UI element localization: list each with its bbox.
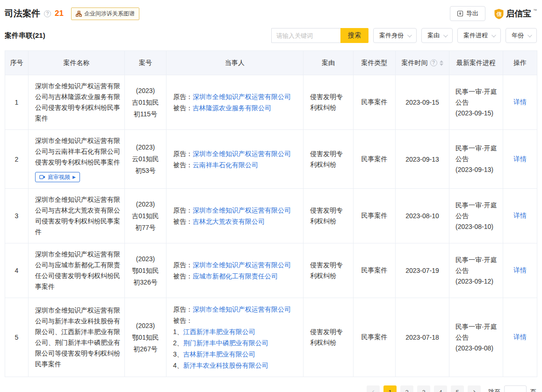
case-name-cell: 深圳市全维知识产权运营有限公司与新洋丰农业科技股份有限公司、江西新洋丰肥业有限公…: [29, 298, 125, 377]
title-help-icon[interactable]: ?: [44, 10, 51, 17]
brand-logo: 信 启信宝 ™: [494, 8, 537, 20]
action-cell: 详情: [503, 189, 537, 243]
brand-name: 启信宝: [506, 8, 531, 19]
plaintiff-link[interactable]: 深圳市全维知识产权运营有限公司: [193, 93, 291, 100]
page-button-5[interactable]: 5: [451, 385, 464, 392]
caret-down-icon: [440, 64, 443, 66]
defendant-link[interactable]: 吉林隆源农业服务有限公司: [193, 104, 271, 112]
case-name: 深圳市全维知识产权运营有限公司与应城市新都化工有限责任公司侵害发明专利权纠纷民事…: [35, 250, 120, 290]
chevron-down-icon: [491, 33, 496, 37]
filter-progress-label: 案件进程: [463, 31, 488, 40]
plaintiff-label: 原告：: [173, 93, 193, 100]
export-button[interactable]: 导出: [450, 6, 485, 21]
case-type-cell: 民事案件: [354, 75, 396, 130]
parties-cell: 原告：深圳市全维知识产权运营有限公司 被告：吉林北大荒农资有限公司: [166, 189, 304, 243]
action-cell: 详情: [503, 298, 537, 377]
page-button-3[interactable]: 3: [417, 385, 430, 392]
table-header-row: 序号 案件名称 案号 当事人 案由 案件类型 案件时间 ? 最新: [5, 51, 537, 75]
col-case-date: 案件时间 ?: [396, 51, 449, 75]
detail-link[interactable]: 详情: [513, 212, 527, 219]
brand-tm: ™: [533, 8, 537, 13]
case-no-line: 云01知民: [128, 153, 163, 165]
defendant-link[interactable]: 应城市新都化工有限责任公司: [193, 272, 278, 280]
prev-page-button[interactable]: ‹: [367, 385, 380, 392]
filter-year-label: 年份: [512, 31, 524, 40]
next-page-button[interactable]: ›: [468, 385, 481, 392]
case-no-line: 初77号: [128, 222, 163, 234]
cause-cell: 侵害发明专利权纠纷: [304, 298, 354, 377]
page-button-1[interactable]: 1: [383, 385, 397, 392]
case-name-cell: 深圳市全维知识产权运营有限公司与吉林隆源农业服务有限公司侵害发明专利权纠纷民事案…: [29, 75, 125, 130]
case-date-cell: 2023-09-15: [396, 75, 449, 130]
case-no-line: (2023): [128, 85, 163, 97]
defendant-link[interactable]: 荆门新洋丰中磷肥业有限公司: [183, 339, 268, 347]
plaintiff-link[interactable]: 深圳市全维知识产权运营有限公司: [193, 150, 291, 157]
case-name-cell: 深圳市全维知识产权运营有限公司与应城市新都化工有限责任公司侵害发明专利权纠纷民事…: [29, 243, 125, 298]
case-date-cell: 2023-09-13: [396, 130, 449, 189]
case-no-cell: (2023) 云01知民 初53号: [125, 130, 166, 189]
filter-cause[interactable]: 案由: [421, 28, 453, 43]
pagination: ‹ 1 2 3 4 5 › 跳至 页: [5, 385, 537, 392]
case-no-line: 初326号: [128, 277, 163, 288]
case-no-line: 吉01知民: [128, 210, 163, 222]
col-parties: 当事人: [166, 51, 304, 75]
svg-text:信: 信: [496, 11, 502, 16]
judicial-cases-panel: 司法案件 ? 21 企业间涉诉关系图谱 导出 信 启信宝 ™: [0, 0, 542, 392]
plaintiff-link[interactable]: 深圳市全维知识产权运营有限公司: [193, 207, 291, 214]
case-no-line: 初267号: [128, 343, 163, 355]
progress-cell: 民事一审·开庭公告 (2023-08-10): [449, 189, 503, 243]
defendant-link[interactable]: 云南祥丰石化有限公司: [193, 161, 258, 169]
date-help-icon[interactable]: ?: [430, 59, 437, 66]
defendant-link[interactable]: 吉林北大荒农资有限公司: [193, 218, 265, 225]
detail-link[interactable]: 详情: [513, 155, 527, 163]
case-no-line: (2023): [128, 320, 163, 332]
detail-link[interactable]: 详情: [513, 266, 527, 274]
page-button-4[interactable]: 4: [434, 385, 447, 392]
toolbar: 案件串联(21) 搜索 案件身份 案由 案件进程 年份: [5, 28, 537, 43]
defendant-number: 4、: [173, 362, 183, 369]
parties-cell: 原告：深圳市全维知识产权运营有限公司 被告：应城市新都化工有限责任公司: [166, 243, 304, 298]
progress-date: (2023-09-13): [455, 164, 498, 175]
col-action: 操作: [503, 51, 537, 75]
defendant-link[interactable]: 新洋丰农业科技股份有限公司: [183, 362, 268, 369]
filter-cause-label: 案由: [427, 31, 440, 40]
progress-date: (2023-09-15): [455, 108, 498, 119]
filter-progress[interactable]: 案件进程: [457, 28, 501, 43]
parties-cell: 原告：深圳市全维知识产权运营有限公司 被告： 1、江西新洋丰肥业有限公司 2、荆…: [166, 298, 304, 377]
progress-text: 民事一审·开庭公告: [455, 321, 498, 343]
progress-text: 民事一审·开庭公告: [455, 86, 498, 108]
jump-label: 跳至: [488, 388, 500, 392]
progress-cell: 民事一审·开庭公告 (2023-09-13): [449, 130, 503, 189]
progress-text: 民事一审·开庭公告: [455, 255, 498, 276]
detail-link[interactable]: 详情: [513, 98, 527, 106]
filter-year[interactable]: 年份: [506, 28, 537, 43]
cause-cell: 侵害发明专利权纠纷: [304, 243, 354, 298]
table-row: 2 深圳市全维知识产权运营有限公司与云南祥丰石化有限公司侵害发明专利权纠纷民事案…: [5, 130, 537, 189]
defendant-link[interactable]: 吉林新洋丰肥业有限公司: [183, 350, 255, 358]
jump-page-input[interactable]: [504, 385, 527, 392]
page-title: 司法案件: [5, 7, 40, 20]
filter-case-role[interactable]: 案件身份: [373, 28, 417, 43]
litigation-graph-badge[interactable]: 企业间涉诉关系图谱: [71, 7, 139, 20]
page-button-2[interactable]: 2: [400, 385, 413, 392]
case-count: 21: [55, 9, 64, 18]
search-button[interactable]: 搜索: [340, 28, 369, 43]
case-name-cell: 深圳市全维知识产权运营有限公司与云南祥丰石化有限公司侵害发明专利权纠纷民事案件 …: [29, 130, 125, 189]
defendant-link[interactable]: 江西新洋丰肥业有限公司: [183, 328, 255, 335]
sort-icon[interactable]: [440, 60, 443, 66]
trial-video-button[interactable]: 庭审视频 ▶: [35, 172, 80, 182]
plaintiff-link[interactable]: 深圳市全维知识产权运营有限公司: [193, 261, 291, 269]
row-index: 1: [5, 75, 29, 130]
defendant-number: 2、: [173, 339, 183, 347]
case-no-cell: (2023) 鄂01知民 初267号: [125, 298, 166, 377]
case-date-cell: 2023-07-18: [396, 298, 449, 377]
cause-cell: 侵害发明专利权纠纷: [304, 130, 354, 189]
search-input[interactable]: [271, 28, 340, 43]
detail-link[interactable]: 详情: [513, 333, 527, 341]
litigation-graph-label: 企业间涉诉关系图谱: [84, 10, 135, 18]
case-no-line: 鄂01知民: [128, 332, 163, 343]
case-no-line: 吉01知民: [128, 97, 163, 108]
progress-text: 民事一审·开庭公告: [455, 143, 498, 164]
plaintiff-link[interactable]: 深圳市全维知识产权运营有限公司: [193, 306, 291, 313]
case-name: 深圳市全维知识产权运营有限公司与新洋丰农业科技股份有限公司、江西新洋丰肥业有限公…: [35, 306, 120, 368]
